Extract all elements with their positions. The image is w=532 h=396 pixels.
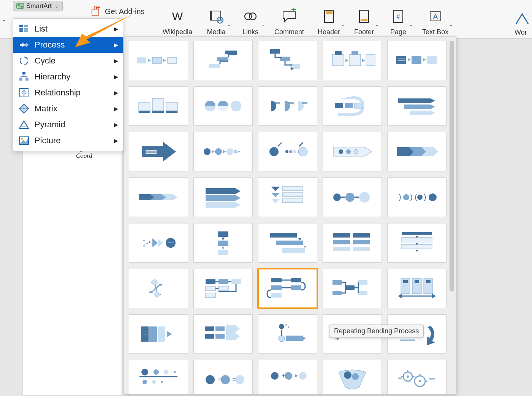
gallery-tile[interactable]: +=	[193, 360, 253, 394]
gallery-tile[interactable]	[387, 223, 446, 263]
gallery-tile[interactable]	[129, 223, 188, 263]
gallery-tile[interactable]	[323, 132, 382, 171]
gallery-tile[interactable]	[193, 41, 253, 80]
get-addins-button[interactable]: Get Add-ins	[90, 6, 145, 17]
svg-rect-4	[21, 6, 23, 7]
category-label: Hierarchy	[35, 72, 70, 82]
gallery-tile[interactable]	[258, 86, 317, 126]
svg-rect-180	[206, 293, 215, 298]
svg-marker-97	[212, 150, 215, 153]
gallery-tile[interactable]	[258, 314, 317, 354]
ribbon-media[interactable]: Media ⌄	[199, 0, 233, 38]
category-label: Cycle	[35, 56, 55, 66]
svg-point-216	[288, 326, 289, 328]
gallery-tile-selected[interactable]	[258, 269, 317, 308]
svg-point-225	[152, 380, 156, 384]
gallery-tile[interactable]	[323, 41, 382, 80]
ribbon-header[interactable]: Header ⌄	[311, 0, 347, 38]
svg-rect-176	[218, 279, 228, 284]
gallery-tile[interactable]	[129, 41, 188, 80]
svg-marker-146	[158, 238, 163, 247]
category-item-list[interactable]: List ▶	[13, 21, 123, 37]
category-item-process[interactable]: Process ▶	[13, 37, 123, 53]
svg-rect-0	[17, 3, 24, 8]
svg-rect-186	[332, 280, 342, 285]
gallery-tile[interactable]: )) () (	[387, 177, 446, 217]
svg-rect-28	[24, 25, 28, 27]
gallery-tile[interactable]	[193, 177, 253, 217]
category-item-pyramid[interactable]: Pyramid ▶	[13, 117, 123, 133]
gallery-tile[interactable]	[387, 41, 446, 80]
gallery-tile[interactable]: +	[258, 360, 317, 394]
gallery-tile[interactable]	[129, 132, 188, 171]
svg-rect-70	[412, 56, 421, 64]
gallery-tile[interactable]	[323, 86, 382, 126]
svg-point-134	[356, 196, 358, 198]
page-number-icon: #	[388, 5, 408, 27]
ribbon-wikipedia[interactable]: W Wikipedia	[156, 0, 199, 38]
gallery-tile[interactable]	[323, 360, 382, 394]
svg-point-224	[142, 380, 147, 384]
ribbon-page-number[interactable]: # Page ⌄	[381, 0, 415, 38]
ribbon-footer[interactable]: Footer ⌄	[347, 0, 381, 38]
gallery-tile[interactable]	[129, 269, 188, 308]
svg-point-130	[359, 192, 370, 203]
gallery-tile[interactable]	[193, 223, 253, 263]
gallery-tile[interactable]	[323, 223, 382, 263]
svg-rect-78	[139, 111, 150, 113]
ribbon-text-box[interactable]: A Text Box ⌄	[415, 0, 455, 38]
gallery-tile[interactable]	[387, 269, 446, 308]
ribbon-wordart-cut[interactable]: Wor	[515, 0, 532, 39]
gallery-tile[interactable]	[258, 177, 317, 217]
gallery-tile[interactable]	[193, 132, 253, 171]
gallery-tile[interactable]	[129, 360, 188, 394]
relationship-icon	[19, 87, 29, 98]
chevron-down-icon: ⌄	[55, 3, 59, 9]
gallery-tile[interactable]	[387, 360, 446, 394]
gallery-tile[interactable]	[129, 314, 188, 354]
svg-rect-151	[218, 241, 228, 246]
ribbon-links[interactable]: Links ⌄	[233, 0, 268, 38]
ribbon-label: Text Box	[422, 28, 448, 36]
category-item-cycle[interactable]: Cycle ▶	[13, 53, 123, 69]
gallery-tile[interactable]	[258, 41, 317, 80]
category-item-hierarchy[interactable]: Hierarchy ▶	[13, 69, 123, 85]
gallery-tile[interactable]	[387, 86, 446, 126]
svg-point-111	[346, 149, 351, 154]
ribbon-comment[interactable]: Comment	[268, 0, 311, 38]
ribbon-left-overflow[interactable]: ⌄	[0, 0, 8, 38]
gallery-tile[interactable]	[193, 86, 253, 126]
scrollbar-thumb[interactable]	[450, 41, 454, 291]
svg-point-213	[279, 336, 285, 342]
gallery-tile[interactable]	[323, 269, 382, 308]
svg-rect-61	[332, 54, 344, 66]
gallery-tile[interactable]	[193, 269, 253, 308]
svg-point-96	[204, 148, 211, 155]
svg-point-105	[293, 150, 296, 153]
gallery-tile[interactable]	[323, 177, 382, 217]
svg-rect-206	[205, 326, 214, 331]
svg-point-240	[352, 373, 359, 380]
svg-rect-156	[282, 248, 305, 253]
gallery-tile[interactable]	[258, 132, 317, 171]
gallery-tile[interactable]	[193, 314, 253, 354]
list-icon	[19, 24, 29, 34]
gallery-tile[interactable]	[129, 86, 188, 126]
gallery-scrollbar[interactable]	[450, 41, 454, 390]
gallery-tile[interactable]	[258, 223, 317, 263]
svg-marker-33	[20, 58, 22, 60]
svg-point-212	[279, 324, 284, 329]
category-item-matrix[interactable]: Matrix ▶	[13, 101, 123, 117]
svg-point-112	[354, 149, 358, 154]
gallery-tile[interactable]	[387, 132, 446, 171]
svg-point-144	[149, 241, 150, 243]
svg-point-229	[206, 375, 215, 384]
svg-point-221	[141, 369, 148, 375]
category-item-relationship[interactable]: Relationship ▶	[13, 85, 123, 101]
svg-marker-93	[142, 142, 176, 162]
smartart-dropdown-button[interactable]: SmartArt ⌄	[13, 1, 63, 11]
submenu-arrow-icon: ▶	[114, 26, 118, 32]
svg-rect-177	[231, 279, 241, 284]
gallery-tile[interactable]	[129, 177, 188, 217]
category-item-picture[interactable]: Picture ▶	[13, 133, 123, 149]
